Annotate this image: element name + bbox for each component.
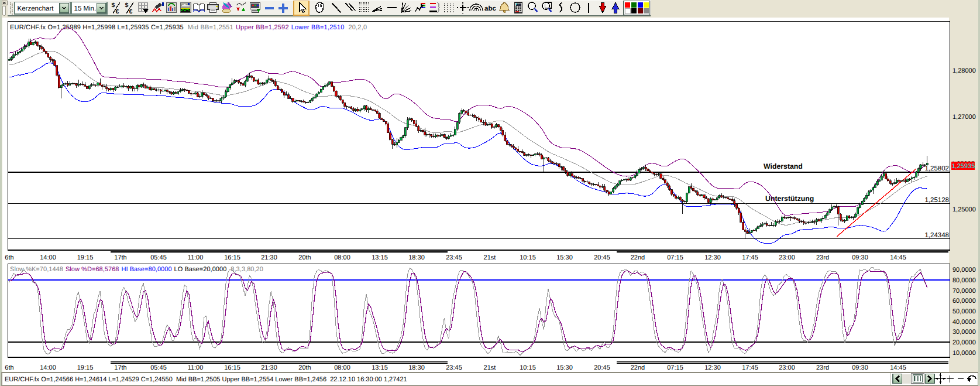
svg-text:€: € bbox=[129, 8, 133, 15]
svg-text:11:00: 11:00 bbox=[188, 254, 204, 261]
svg-text:70,0000: 70,0000 bbox=[953, 288, 976, 295]
svg-text:14:00: 14:00 bbox=[40, 364, 56, 371]
svg-text:08:00: 08:00 bbox=[334, 254, 350, 261]
svg-text:18:30: 18:30 bbox=[408, 364, 425, 371]
svg-text:60,0000: 60,0000 bbox=[953, 298, 976, 305]
svg-text:21st: 21st bbox=[484, 254, 496, 261]
svg-text:1,25000: 1,25000 bbox=[953, 206, 976, 213]
svg-text:16:15: 16:15 bbox=[224, 254, 240, 261]
svg-text:19:15: 19:15 bbox=[77, 364, 94, 371]
svg-text:05:45: 05:45 bbox=[150, 364, 167, 371]
svg-text:12:30: 12:30 bbox=[704, 254, 721, 261]
svg-text:15:30: 15:30 bbox=[556, 254, 573, 261]
svg-text:23rd: 23rd bbox=[816, 364, 829, 371]
svg-text:23:00: 23:00 bbox=[779, 254, 795, 261]
svg-text:$: $ bbox=[112, 2, 115, 9]
svg-text:20th: 20th bbox=[298, 364, 311, 371]
svg-text:22nd: 22nd bbox=[631, 364, 645, 371]
svg-text:21:30: 21:30 bbox=[261, 364, 277, 371]
svg-text:1,25128: 1,25128 bbox=[924, 197, 949, 204]
svg-text:08:00: 08:00 bbox=[334, 364, 350, 371]
svg-text:abc: abc bbox=[484, 5, 496, 12]
svg-text:1,25935: 1,25935 bbox=[952, 163, 975, 170]
svg-text:07:15: 07:15 bbox=[667, 254, 683, 261]
svg-text:14:45: 14:45 bbox=[890, 364, 906, 371]
svg-text:13:15: 13:15 bbox=[372, 364, 388, 371]
svg-text:23rd: 23rd bbox=[816, 254, 829, 261]
svg-text:$: $ bbox=[125, 2, 129, 9]
svg-text:10:15: 10:15 bbox=[520, 254, 536, 261]
svg-text:05:45: 05:45 bbox=[150, 254, 167, 261]
svg-text:80,0000: 80,0000 bbox=[953, 277, 976, 284]
svg-text:17:45: 17:45 bbox=[742, 254, 758, 261]
svg-text:13:15: 13:15 bbox=[372, 254, 388, 261]
svg-text:15:30: 15:30 bbox=[556, 364, 573, 371]
svg-text:90,0000: 90,0000 bbox=[953, 267, 976, 274]
svg-text:20th: 20th bbox=[298, 254, 311, 261]
svg-text:17th: 17th bbox=[114, 254, 126, 261]
svg-text:1,28000: 1,28000 bbox=[953, 67, 976, 74]
svg-text:20,0000: 20,0000 bbox=[953, 339, 976, 346]
svg-text:21st: 21st bbox=[484, 364, 496, 371]
svg-text:17:45: 17:45 bbox=[742, 364, 758, 371]
svg-text:15 Min.: 15 Min. bbox=[74, 5, 97, 12]
svg-text:20:45: 20:45 bbox=[594, 254, 610, 261]
svg-text:1,25802: 1,25802 bbox=[924, 165, 949, 172]
svg-text:23:45: 23:45 bbox=[446, 254, 462, 261]
svg-text:10:15: 10:15 bbox=[520, 364, 536, 371]
svg-text:18:30: 18:30 bbox=[408, 254, 425, 261]
svg-text:1,24348: 1,24348 bbox=[924, 232, 949, 239]
svg-text:€: € bbox=[116, 8, 119, 15]
svg-text:Widerstand: Widerstand bbox=[764, 162, 803, 170]
svg-text:16:15: 16:15 bbox=[224, 364, 240, 371]
svg-text:EUR/CHF.fx O=1,24566 H=1,24614: EUR/CHF.fx O=1,24566 H=1,24614 L=1,24529… bbox=[5, 376, 407, 383]
svg-text:Kerzenchart: Kerzenchart bbox=[18, 5, 54, 12]
svg-text:20:45: 20:45 bbox=[594, 364, 610, 371]
svg-text:14:45: 14:45 bbox=[890, 254, 906, 261]
svg-text:10,0000: 10,0000 bbox=[953, 350, 976, 357]
svg-text:6th: 6th bbox=[5, 254, 13, 261]
svg-text:22nd: 22nd bbox=[631, 254, 645, 261]
svg-text:6th: 6th bbox=[5, 364, 13, 371]
svg-text:23:00: 23:00 bbox=[779, 364, 795, 371]
svg-text:09:30: 09:30 bbox=[852, 364, 868, 371]
svg-text:30,0000: 30,0000 bbox=[953, 329, 976, 336]
svg-text:11:00: 11:00 bbox=[188, 364, 204, 371]
svg-text:50,0000: 50,0000 bbox=[953, 308, 976, 315]
svg-text:Slow %K=70,1448Slow %D=68,5768: Slow %K=70,1448Slow %D=68,5768HI Base=80… bbox=[10, 266, 263, 273]
svg-text:09:30: 09:30 bbox=[852, 254, 868, 261]
svg-text:23:45: 23:45 bbox=[446, 364, 462, 371]
svg-text:17th: 17th bbox=[114, 364, 126, 371]
svg-text:07:15: 07:15 bbox=[667, 364, 683, 371]
svg-text:EUR/CHF.fx O=1,25989 H=1,25998: EUR/CHF.fx O=1,25989 H=1,25998 L=1,25935… bbox=[10, 24, 367, 31]
svg-text:19:15: 19:15 bbox=[77, 254, 94, 261]
svg-text:1,27000: 1,27000 bbox=[953, 114, 976, 121]
svg-text:14:00: 14:00 bbox=[40, 254, 56, 261]
svg-text:21:30: 21:30 bbox=[261, 254, 277, 261]
svg-text:40,0000: 40,0000 bbox=[953, 319, 976, 326]
svg-text:12:30: 12:30 bbox=[704, 364, 721, 371]
